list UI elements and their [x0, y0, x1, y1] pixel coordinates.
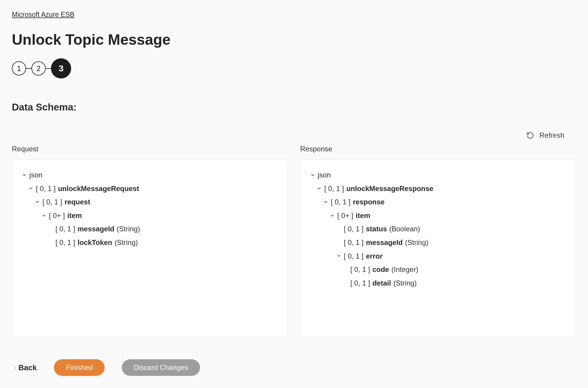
finished-button[interactable]: Finished	[54, 359, 105, 376]
tree-node-type: (Boolean)	[389, 222, 420, 236]
tree-node-cardinality: [ 0, 1 ]	[344, 222, 364, 236]
tree-node-name: status	[366, 222, 387, 236]
step-2[interactable]: 2	[31, 61, 46, 76]
tree-node-cardinality: [ 0, 1 ]	[350, 276, 370, 290]
tree-node-name: detail	[373, 276, 391, 290]
tree-node[interactable]: json	[310, 168, 566, 182]
tree-node: [ 0, 1 ] messageId (String)	[22, 222, 278, 236]
stepper: 1 2 3	[12, 58, 576, 78]
tree-node-name: item	[67, 209, 82, 222]
tree-node: [ 0, 1 ] detail (String)	[310, 276, 566, 290]
tree-node[interactable]: json	[22, 168, 278, 182]
chevron-down-icon[interactable]	[310, 173, 315, 177]
tree-node: [ 0, 1 ] code (Integer)	[310, 263, 566, 276]
request-panel-label: Request	[12, 145, 288, 153]
tree-node-label: json	[318, 168, 331, 182]
back-label: Back	[18, 363, 37, 372]
tree-node: [ 0, 1 ] status (Boolean)	[310, 222, 566, 236]
breadcrumb-link[interactable]: Microsoft Azure ESB	[12, 11, 74, 19]
chevron-down-icon[interactable]	[323, 200, 328, 204]
tree-node-cardinality: [ 0+ ]	[49, 209, 65, 222]
page-title: Unlock Topic Message	[12, 31, 576, 48]
tree-node[interactable]: [ 0, 1 ] request	[22, 195, 278, 209]
tree-node[interactable]: [ 0+ ] item	[22, 209, 278, 222]
tree-node-cardinality: [ 0+ ]	[337, 209, 353, 222]
tree-node-name: messageId	[78, 222, 114, 236]
tree-node: [ 0, 1 ] lockToken (String)	[22, 236, 278, 249]
stepper-connector	[26, 68, 31, 69]
tree-node[interactable]: [ 0, 1 ] unlockMessageRequest	[22, 182, 278, 195]
tree-node[interactable]: [ 0, 1 ] response	[310, 195, 566, 209]
tree-node-name: unlockMessageResponse	[346, 182, 433, 195]
step-3-active[interactable]: 3	[51, 58, 71, 78]
tree-node-cardinality: [ 0, 1 ]	[350, 263, 370, 276]
tree-node-type: (String)	[115, 236, 138, 249]
tree-node: [ 0, 1 ] messageId (String)	[310, 236, 566, 249]
tree-node-cardinality: [ 0, 1 ]	[36, 182, 56, 195]
response-panel-label: Response	[300, 145, 576, 153]
back-button[interactable]: ‹ Back	[15, 363, 37, 372]
tree-node-name: unlockMessageRequest	[58, 182, 139, 195]
section-title: Data Schema:	[12, 102, 576, 113]
chevron-down-icon[interactable]	[330, 213, 335, 218]
chevron-down-icon[interactable]	[28, 186, 33, 191]
chevron-down-icon[interactable]	[336, 254, 341, 258]
tree-node-cardinality: [ 0, 1 ]	[55, 236, 75, 249]
tree-node-type: (String)	[117, 222, 140, 236]
tree-node-name: item	[356, 209, 370, 222]
tree-node-name: messageId	[366, 236, 403, 249]
chevron-down-icon[interactable]	[35, 200, 40, 204]
chevron-down-icon[interactable]	[22, 173, 27, 177]
tree-node-cardinality: [ 0, 1 ]	[331, 195, 351, 209]
tree-node-name: error	[366, 249, 383, 263]
refresh-label: Refresh	[539, 131, 564, 140]
discard-changes-button[interactable]: Discard Changes	[122, 359, 200, 376]
request-panel: json[ 0, 1 ] unlockMessageRequest[ 0, 1 …	[12, 160, 288, 337]
tree-node-name: response	[353, 195, 385, 209]
tree-node-type: (String)	[393, 276, 417, 290]
tree-node[interactable]: [ 0+ ] item	[310, 209, 566, 222]
chevron-down-icon[interactable]	[41, 213, 47, 218]
tree-node-name: request	[65, 195, 90, 209]
tree-node-label: json	[29, 168, 42, 182]
tree-node-type: (Integer)	[392, 263, 418, 276]
tree-node-type: (String)	[405, 236, 429, 249]
tree-node-name: lockToken	[78, 236, 112, 249]
tree-node-cardinality: [ 0, 1 ]	[55, 222, 75, 236]
refresh-icon	[526, 132, 534, 139]
tree-node[interactable]: [ 0, 1 ] error	[310, 249, 566, 263]
chevron-down-icon[interactable]	[317, 186, 322, 191]
tree-node-cardinality: [ 0, 1 ]	[344, 236, 364, 249]
chevron-left-icon: ‹	[15, 365, 17, 371]
stepper-connector	[46, 68, 51, 69]
tree-node-cardinality: [ 0, 1 ]	[344, 249, 364, 263]
tree-node-cardinality: [ 0, 1 ]	[324, 182, 344, 195]
tree-node[interactable]: [ 0, 1 ] unlockMessageResponse	[310, 182, 566, 195]
step-1[interactable]: 1	[12, 61, 26, 76]
response-panel: json[ 0, 1 ] unlockMessageResponse[ 0, 1…	[300, 160, 576, 337]
tree-node-name: code	[373, 263, 389, 276]
refresh-button[interactable]: Refresh	[12, 131, 576, 140]
tree-node-cardinality: [ 0, 1 ]	[42, 195, 62, 209]
